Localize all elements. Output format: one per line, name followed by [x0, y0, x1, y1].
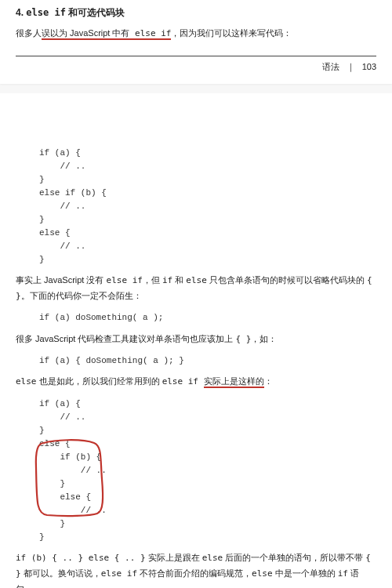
heading-number: 4. [16, 7, 26, 18]
code-block-3: if (a) { doSomething( a ); } [39, 354, 376, 368]
footer-rule [16, 56, 376, 56]
paragraph-5: if (b) { .. } else { .. } 实际上是跟在 else 后面… [16, 550, 376, 588]
annotated-phrase: 误以为 JavaScript 中有 else if [42, 28, 171, 40]
heading-rest: 和可选代码块 [66, 7, 125, 18]
intro-paragraph: 很多人误以为 JavaScript 中有 else if，因为我们可以这样来写代… [16, 26, 376, 42]
footer-sep: ｜ [347, 62, 355, 71]
paragraph-3: 很多 JavaScript 代码检查工具建议对单条语句也应该加上 { }，如： [16, 332, 376, 347]
heading-code: else if [26, 7, 66, 18]
page-footer: 语法 ｜ 103 [16, 61, 376, 73]
paragraph-2: 事实上 JavaScript 没有 else if，但 if 和 else 只包… [16, 273, 376, 303]
section-heading: 4. else if 和可选代码块 [16, 6, 376, 20]
code-block-2: if (a) doSomething( a ); [39, 311, 376, 325]
paragraph-4: else 也是如此，所以我们经常用到的 else if 实际上是这样的： [16, 374, 376, 390]
annotated-phrase-2: 实际上是这样的 [204, 376, 264, 388]
text: ，因为我们可以这样来写代码： [171, 28, 292, 38]
footer-page-number: 103 [362, 62, 376, 71]
page-bottom: if (a) { // .. } else if (b) { // .. } e… [0, 93, 392, 588]
code-block-1: if (a) { // .. } else if (b) { // .. } e… [39, 147, 376, 267]
code-block-4-wrap: if (a) { // .. } else { if (b) { // .. }… [16, 397, 376, 545]
code-block-4: if (a) { // .. } else { if (b) { // .. }… [39, 397, 376, 545]
text: 很多人 [16, 28, 42, 38]
page-top: 4. else if 和可选代码块 很多人误以为 JavaScript 中有 e… [0, 0, 392, 84]
footer-chapter: 语法 [322, 62, 339, 71]
